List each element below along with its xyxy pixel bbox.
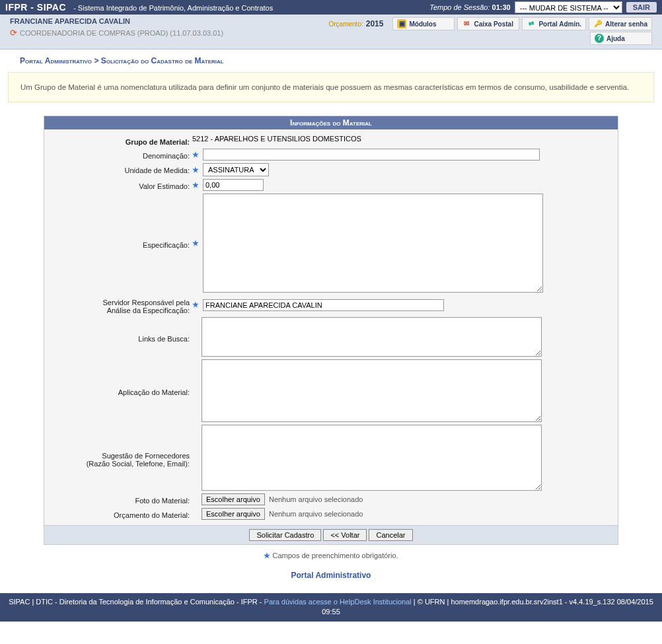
orc-year: 2015 [366, 19, 384, 28]
userbar-links-row2: ?Ajuda [590, 32, 652, 45]
ajuda-label: Ajuda [607, 35, 625, 42]
label-foto: Foto do Material: [135, 497, 190, 505]
label-fornec-line2: (Razão Social, Telefone, Email): [87, 460, 190, 468]
footer: SIPAC | DTIC - Diretoria da Tecnologia d… [0, 593, 662, 622]
system-select[interactable]: --- MUDAR DE SISTEMA -- [515, 1, 622, 13]
app-title-block: IFPR - SIPAC - Sistema Integrado de Patr… [5, 2, 273, 13]
required-hint: ★ Campos de preenchimento obrigatório. [0, 552, 662, 560]
foto-file-button[interactable]: Escolher arquivo [202, 493, 265, 505]
caixa-label: Caixa Postal [474, 20, 513, 28]
app-abbr: IFPR - SIPAC [5, 2, 66, 13]
alterar-senha-button[interactable]: 🔑Alterar senha [589, 17, 652, 30]
required-icon: ★ [192, 181, 199, 190]
voltar-button[interactable]: << Voltar [323, 529, 367, 541]
required-icon: ★ [192, 301, 199, 309]
topbar: IFPR - SIPAC - Sistema Integrado de Patr… [0, 0, 662, 15]
form-header: Informações do Material [44, 116, 618, 129]
session-time: 01:30 [492, 3, 511, 11]
modulos-button[interactable]: ▣Módulos [392, 17, 455, 30]
label-orcamento: Orçamento do Material: [114, 511, 190, 519]
footer-helpdesk-link[interactable]: Para dúvidas acesse o HelpDesk Instituci… [264, 598, 412, 606]
refresh-icon[interactable]: ⟳ [10, 28, 17, 38]
senha-label: Alterar senha [605, 20, 647, 28]
label-servidor-line2: Análise da Especificação: [107, 306, 190, 314]
userbar-links-row1: Orçamento: 2015 ▣Módulos ✉Caixa Postal ⇄… [328, 17, 652, 30]
button-bar: Solicitar Cadastro << Voltar Cancelar [44, 525, 618, 544]
topbar-right: Tempo de Sessão: 01:30 --- MUDAR DE SIST… [429, 1, 657, 13]
label-valor: Valor Estimado: [139, 182, 190, 190]
sair-button[interactable]: SAIR [626, 2, 657, 13]
portal-administrativo-link[interactable]: Portal Administrativo [0, 571, 662, 580]
breadcrumb-b: Solicitação do Cadastro de Material [101, 56, 224, 65]
orc-label: Orçamento: [328, 20, 363, 28]
denominacao-input[interactable] [203, 149, 540, 161]
servidor-input[interactable] [203, 299, 444, 311]
star-icon: ★ [264, 552, 270, 559]
modulos-label: Módulos [409, 20, 436, 28]
user-name: FRANCIANE APARECIDA CAVALIN [10, 17, 223, 25]
userbar-left: FRANCIANE APARECIDA CAVALIN ⟳ COORDENADO… [10, 17, 223, 38]
breadcrumb: Portal Administrativo > Solicitação do C… [0, 50, 662, 68]
label-links: Links de Busca: [138, 335, 190, 343]
mail-icon: ✉ [462, 19, 471, 28]
session-label: Tempo de Sessão: 01:30 [429, 3, 511, 11]
aplicacao-textarea[interactable] [202, 359, 542, 422]
required-icon: ★ [192, 151, 199, 159]
ajuda-button[interactable]: ?Ajuda [590, 32, 652, 45]
info-box: Um Grupo de Material é uma nomenclatura … [8, 72, 654, 102]
portal-admin-button[interactable]: ⇄Portal Admin. [522, 17, 586, 30]
userbar-right: Orçamento: 2015 ▣Módulos ✉Caixa Postal ⇄… [328, 17, 652, 45]
caixa-postal-button[interactable]: ✉Caixa Postal [457, 17, 519, 30]
unidade-select[interactable]: ASSINATURA [203, 163, 269, 176]
orcamento-file-text: Nenhum arquivo selecionado [269, 510, 363, 518]
fornecedores-textarea[interactable] [202, 425, 542, 491]
hint-text: Campos de preenchimento obrigatório. [272, 552, 398, 559]
label-servidor-line1: Servidor Responsável pela [103, 299, 190, 306]
label-fornec-line1: Sugestão de Fornecedores [102, 452, 190, 460]
cancelar-button[interactable]: Cancelar [369, 529, 412, 541]
breadcrumb-sep: > [94, 56, 98, 65]
breadcrumb-a[interactable]: Portal Administrativo [20, 56, 92, 65]
foto-file-text: Nenhum arquivo selecionado [269, 495, 363, 503]
label-especificacao: Especificação: [143, 241, 190, 249]
key-icon: 🔑 [593, 19, 603, 28]
help-icon: ? [595, 34, 604, 43]
solicitar-button[interactable]: Solicitar Cadastro [249, 529, 321, 541]
form-body: Grupo de Material: 5212 - APARELHOS E UT… [44, 129, 618, 525]
portal-label: Portal Admin. [538, 20, 581, 28]
portal-icon: ⇄ [527, 19, 536, 28]
session-label-text: Tempo de Sessão: [429, 3, 490, 11]
label-grupo: Grupo de Material: [126, 138, 190, 146]
userbar: FRANCIANE APARECIDA CAVALIN ⟳ COORDENADO… [0, 15, 662, 50]
label-denominacao: Denominação: [143, 152, 190, 160]
form-panel: Informações do Material Grupo de Materia… [44, 116, 618, 545]
links-textarea[interactable] [202, 317, 542, 357]
user-dept: ⟳ COORDENADORIA DE COMPRAS (PROAD) (11.0… [10, 28, 223, 38]
valor-input[interactable] [203, 179, 264, 191]
grupo-value: 5212 - APARELHOS E UTENSILIOS DOMESTICOS [192, 135, 361, 143]
box-icon: ▣ [397, 19, 406, 28]
required-icon: ★ [192, 166, 199, 174]
label-unidade: Unidade de Medida: [125, 166, 190, 174]
required-icon: ★ [192, 239, 199, 248]
user-dept-text: COORDENADORIA DE COMPRAS (PROAD) (11.07.… [20, 29, 223, 37]
app-title: - Sistema Integrado de Patrimônio, Admin… [73, 4, 273, 12]
footer-left: SIPAC | DTIC - Diretoria da Tecnologia d… [9, 598, 264, 606]
label-aplicacao: Aplicação do Material: [118, 388, 190, 396]
orcamento-file-button[interactable]: Escolher arquivo [202, 508, 265, 520]
especificacao-textarea[interactable] [203, 194, 543, 293]
